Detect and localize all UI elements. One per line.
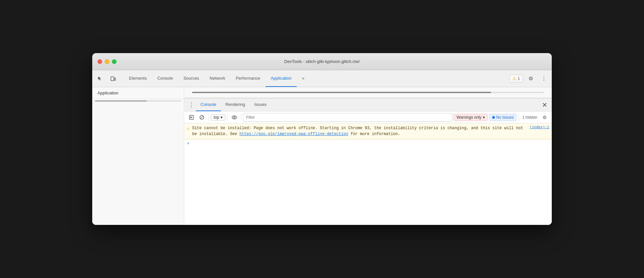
tab-console[interactable]: Console bbox=[152, 70, 178, 87]
svg-marker-3 bbox=[190, 116, 192, 118]
warning-text: Site cannot be installed: Page does not … bbox=[192, 125, 527, 137]
main-area: Application ⋮ Console bbox=[92, 87, 552, 225]
main-tabbar: Elements Console Sources Network Perform… bbox=[92, 70, 552, 87]
sidebar: Application bbox=[92, 87, 184, 225]
close-button[interactable] bbox=[97, 59, 102, 64]
drawer-tab-console[interactable]: Console bbox=[196, 98, 221, 111]
tab-more-button[interactable]: » bbox=[297, 70, 310, 87]
execute-button[interactable] bbox=[187, 113, 196, 122]
warning-icon: ⚠ bbox=[512, 76, 516, 81]
drawer-tab-rendering[interactable]: Rendering bbox=[221, 98, 250, 111]
right-pane-header bbox=[184, 87, 552, 98]
devtools-icons bbox=[95, 70, 122, 87]
window-title: DevTools - stitch-glib-typhoon.glitch.me… bbox=[284, 59, 360, 64]
sidebar-scrollbar[interactable] bbox=[95, 100, 181, 102]
svg-rect-0 bbox=[111, 77, 114, 81]
right-scrollbar-thumb bbox=[192, 92, 491, 93]
toolbar-separator-4 bbox=[519, 114, 519, 121]
svg-line-5 bbox=[201, 116, 203, 119]
toolbar-separator-2 bbox=[227, 114, 228, 121]
warning-source[interactable]: (index):1 bbox=[530, 125, 549, 129]
warning-badge[interactable]: ⚠ 1 bbox=[509, 75, 523, 82]
traffic-lights bbox=[97, 59, 117, 64]
tab-sources[interactable]: Sources bbox=[178, 70, 204, 87]
console-drawer: ⋮ Console Rendering Issues ✕ bbox=[184, 98, 552, 225]
device-toolbar-button[interactable] bbox=[108, 73, 118, 84]
console-settings-button[interactable]: ⚙ bbox=[540, 113, 549, 122]
maximize-button[interactable] bbox=[112, 59, 117, 64]
drawer-tabbar: ⋮ Console Rendering Issues ✕ bbox=[184, 98, 552, 111]
inspect-element-button[interactable] bbox=[95, 73, 105, 84]
svg-point-6 bbox=[232, 116, 237, 119]
sidebar-scrollbar-thumb bbox=[95, 100, 147, 102]
warning-count: 1 bbox=[518, 76, 520, 81]
toolbar-separator bbox=[208, 114, 209, 121]
devtools-window: DevTools - stitch-glib-typhoon.glitch.me… bbox=[92, 53, 552, 225]
eye-button[interactable] bbox=[230, 113, 239, 122]
console-warning-message: ⚠ Site cannot be installed: Page does no… bbox=[184, 123, 552, 139]
minimize-button[interactable] bbox=[105, 59, 109, 64]
drawer-menu-button[interactable]: ⋮ bbox=[187, 100, 196, 109]
sidebar-header: Application bbox=[92, 87, 184, 99]
right-pane: ⋮ Console Rendering Issues ✕ bbox=[184, 87, 552, 225]
context-selector[interactable]: top ▾ bbox=[211, 114, 225, 121]
console-toolbar: top ▾ Warnings only ▾ bbox=[184, 111, 552, 123]
console-prompt: › bbox=[184, 139, 552, 147]
warning-link[interactable]: https://goo.gle/improved-pwa-offline-det… bbox=[239, 132, 348, 136]
titlebar: DevTools - stitch-glib-typhoon.glitch.me… bbox=[92, 53, 552, 70]
tab-application[interactable]: Application bbox=[266, 70, 297, 87]
console-content: ⚠ Site cannot be installed: Page does no… bbox=[184, 123, 552, 225]
tabbar-right: ⚠ 1 ⚙ ⋮ bbox=[509, 70, 549, 87]
drawer-close-button[interactable]: ✕ bbox=[540, 100, 549, 109]
clear-button[interactable] bbox=[197, 113, 206, 122]
tab-performance[interactable]: Performance bbox=[230, 70, 265, 87]
toolbar-separator-3 bbox=[241, 114, 241, 121]
settings-button[interactable]: ⚙ bbox=[526, 73, 536, 84]
warning-triangle-icon: ⚠ bbox=[187, 126, 189, 131]
more-options-button[interactable]: ⋮ bbox=[539, 73, 549, 84]
tab-elements[interactable]: Elements bbox=[124, 70, 152, 87]
warnings-dropdown[interactable]: Warnings only ▾ bbox=[454, 114, 488, 121]
right-scrollbar[interactable] bbox=[192, 92, 544, 93]
no-issues-button[interactable]: ◼ No Issues bbox=[489, 114, 517, 121]
svg-rect-1 bbox=[114, 78, 116, 80]
tab-network[interactable]: Network bbox=[204, 70, 231, 87]
filter-input[interactable] bbox=[243, 113, 452, 122]
drawer-tab-issues[interactable]: Issues bbox=[250, 98, 271, 111]
prompt-arrow: › bbox=[187, 141, 189, 146]
svg-point-7 bbox=[233, 116, 235, 118]
hidden-count: 1 hidden bbox=[521, 115, 539, 120]
